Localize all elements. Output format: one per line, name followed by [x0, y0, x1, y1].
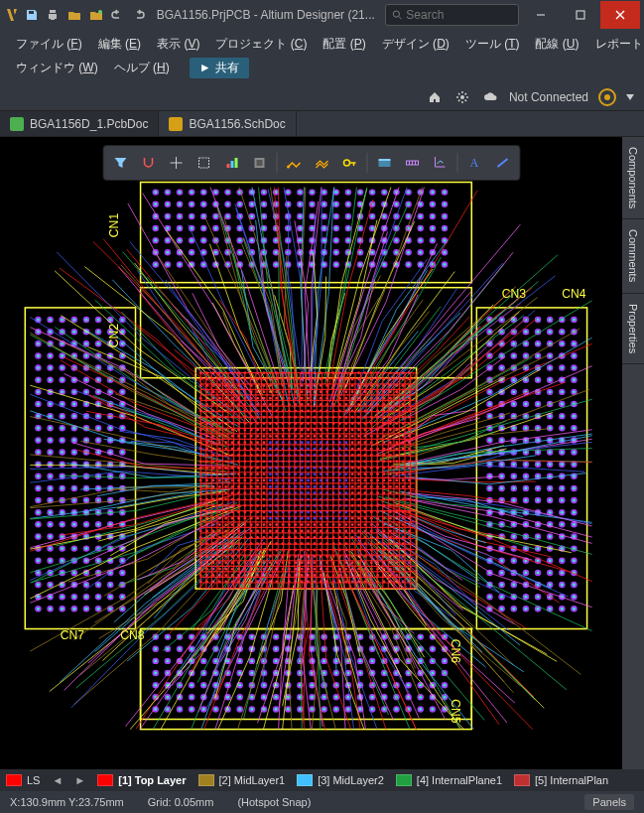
side-tab-comments[interactable]: Comments: [622, 219, 644, 293]
panels-button[interactable]: Panels: [584, 794, 634, 810]
side-tab-components[interactable]: Components: [622, 137, 644, 219]
menu-item[interactable]: ウィンドウ (W): [10, 58, 104, 78]
layer-prev-icon[interactable]: ◄: [46, 774, 68, 786]
svg-point-2119: [218, 479, 221, 482]
print-icon[interactable]: [44, 4, 64, 26]
layer-item[interactable]: [4] InternalPlane1: [390, 774, 508, 786]
svg-point-8: [604, 94, 610, 100]
snap-icon[interactable]: [135, 150, 161, 176]
chevron-down-icon[interactable]: [626, 94, 634, 100]
svg-point-1869: [357, 429, 360, 432]
axes-icon[interactable]: [427, 150, 452, 176]
tab-pcb[interactable]: BGA1156D_1.PcbDoc: [0, 111, 159, 136]
svg-point-857: [72, 403, 75, 406]
svg-point-795: [85, 354, 88, 357]
menu-item[interactable]: 配線 (U): [529, 34, 584, 55]
svg-point-1365: [500, 487, 503, 490]
side-tab-properties[interactable]: Properties: [622, 294, 644, 364]
menu-item[interactable]: ツール (T): [459, 34, 526, 55]
svg-point-95: [191, 203, 193, 205]
layer-next-icon[interactable]: ►: [68, 774, 91, 786]
save-icon[interactable]: [22, 4, 42, 26]
svg-point-1405: [549, 511, 552, 514]
svg-point-1923: [269, 441, 272, 444]
menu-item[interactable]: 編集 (E): [92, 34, 147, 55]
svg-point-1257: [524, 403, 527, 406]
menu-item[interactable]: プロジェクト (C): [209, 34, 313, 55]
svg-point-895: [109, 427, 112, 430]
align-icon[interactable]: [218, 150, 244, 176]
svg-point-979: [37, 499, 40, 502]
close-button[interactable]: [600, 1, 640, 29]
svg-point-661: [287, 696, 290, 699]
svg-point-405: [250, 635, 253, 638]
svg-point-1341: [549, 463, 552, 466]
select-rect-icon[interactable]: [191, 150, 216, 176]
svg-point-1901: [344, 435, 347, 438]
svg-point-1015: [61, 523, 64, 526]
svg-point-1075: [37, 571, 40, 574]
layer-set[interactable]: LS: [0, 774, 46, 786]
svg-point-1131: [85, 608, 88, 610]
route-diff-icon[interactable]: [309, 150, 334, 176]
svg-point-1407: [561, 511, 564, 514]
svg-point-1349: [500, 474, 503, 477]
redo-icon[interactable]: [129, 4, 149, 26]
cursor-coords: X:130.9mm Y:23.75mm: [10, 796, 124, 808]
undo-icon[interactable]: [107, 4, 127, 26]
crosshair-icon[interactable]: [163, 150, 189, 176]
svg-point-1922: [263, 441, 266, 444]
menu-item[interactable]: 配置 (P): [317, 34, 371, 55]
svg-point-69: [334, 191, 337, 194]
filter-icon[interactable]: [107, 150, 133, 176]
search-box[interactable]: [385, 4, 519, 26]
layer-item[interactable]: [5] InternalPlan: [508, 774, 614, 786]
svg-point-2139: [344, 479, 347, 482]
component-icon[interactable]: [246, 150, 272, 176]
user-icon[interactable]: [598, 88, 616, 106]
svg-point-823: [61, 378, 64, 381]
plane-icon[interactable]: [371, 150, 397, 176]
line-icon[interactable]: [489, 150, 515, 176]
pcb-toolbar: A: [102, 145, 520, 181]
route-icon[interactable]: [281, 150, 307, 176]
svg-point-183: [419, 214, 422, 217]
svg-point-1531: [537, 608, 540, 610]
search-input[interactable]: [406, 8, 512, 22]
svg-point-525: [371, 659, 374, 662]
svg-point-1029: [49, 535, 52, 538]
menu-item[interactable]: デザイン (D): [376, 34, 455, 55]
svg-point-849: [121, 390, 124, 393]
menu-item[interactable]: ファイル (F): [10, 34, 88, 55]
menu-item[interactable]: 表示 (V): [151, 34, 205, 55]
maximize-button[interactable]: [561, 1, 600, 29]
home-icon[interactable]: [426, 88, 444, 106]
minimize-button[interactable]: [521, 1, 561, 29]
svg-point-567: [322, 672, 325, 675]
pcb-canvas-wrap[interactable]: A CN1CN2CN3CN4CN5CN6CN7CN8: [0, 137, 622, 769]
menu-item[interactable]: ヘルプ (H): [108, 58, 176, 78]
measure-icon[interactable]: [399, 150, 425, 176]
layer-item[interactable]: [3] MidLayer2: [291, 774, 390, 786]
gear-icon[interactable]: [453, 88, 471, 106]
tab-sch[interactable]: BGA1156.SchDoc: [159, 111, 296, 136]
layer-item[interactable]: [2] MidLayer1: [193, 774, 292, 786]
text-icon[interactable]: A: [461, 150, 487, 176]
key-icon[interactable]: [336, 150, 362, 176]
titlebar: BGA1156.PrjPCB - Altium Designer (21...: [0, 0, 644, 30]
svg-point-571: [346, 672, 349, 675]
svg-point-2608: [301, 568, 304, 571]
svg-point-1155: [488, 331, 491, 334]
pcb-canvas[interactable]: CN1CN2CN3CN4CN5CN6CN7CN8: [0, 137, 622, 754]
open-icon[interactable]: [64, 4, 84, 26]
svg-point-1027: [37, 535, 40, 538]
svg-point-149: [214, 214, 217, 217]
svg-point-171: [346, 214, 349, 217]
share-button[interactable]: ►共有: [190, 58, 249, 78]
svg-point-523: [359, 659, 362, 662]
open-project-icon[interactable]: [86, 4, 106, 26]
menu-item[interactable]: レポート (R): [589, 34, 645, 55]
svg-point-325: [371, 251, 374, 254]
layer-item[interactable]: [1] Top Layer: [91, 774, 192, 786]
svg-point-2107: [357, 473, 360, 475]
